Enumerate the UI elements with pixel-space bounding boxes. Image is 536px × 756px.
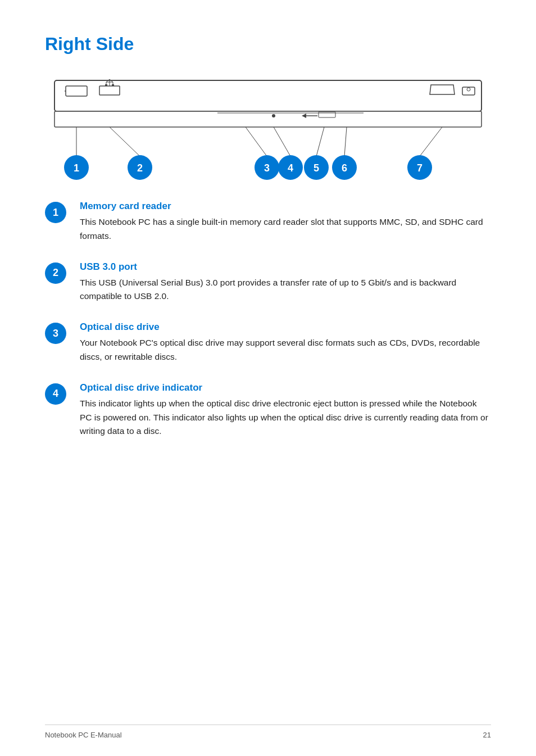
item-desc-3: Your Notebook PC's optical disc drive ma… bbox=[80, 336, 491, 364]
svg-text:6: 6 bbox=[342, 162, 347, 174]
svg-line-21 bbox=[246, 127, 267, 156]
svg-line-20 bbox=[110, 127, 140, 156]
svg-text:4: 4 bbox=[288, 162, 293, 174]
item-content-2: USB 3.0 port This USB (Universal Serial … bbox=[80, 261, 491, 304]
items-list: 1 Memory card reader This Notebook PC ha… bbox=[45, 201, 491, 438]
item-title-1: Memory card reader bbox=[80, 201, 491, 212]
item-row-2: 2 USB 3.0 port This USB (Universal Seria… bbox=[45, 261, 491, 304]
svg-text:3: 3 bbox=[264, 162, 270, 174]
diagram-container: 1 2 3 4 5 6 7 bbox=[49, 75, 487, 195]
svg-text:2: 2 bbox=[137, 162, 143, 174]
item-row-1: 1 Memory card reader This Notebook PC ha… bbox=[45, 201, 491, 243]
svg-line-23 bbox=[316, 127, 324, 156]
item-row-4: 4 Optical disc drive indicator This indi… bbox=[45, 382, 491, 438]
item-badge-1: 1 bbox=[45, 202, 66, 223]
item-badge-3: 3 bbox=[45, 323, 66, 344]
item-badge-4: 4 bbox=[45, 383, 66, 405]
item-content-1: Memory card reader This Notebook PC has … bbox=[80, 201, 491, 243]
footer-left: Notebook PC E-Manual bbox=[45, 731, 122, 739]
svg-point-12 bbox=[272, 114, 275, 117]
svg-text:1: 1 bbox=[74, 162, 79, 174]
svg-line-22 bbox=[274, 127, 290, 156]
svg-rect-1 bbox=[54, 111, 482, 127]
item-badge-2: 2 bbox=[45, 262, 66, 284]
item-title-4: Optical disc drive indicator bbox=[80, 382, 491, 393]
page-footer: Notebook PC E-Manual 21 bbox=[45, 725, 491, 739]
svg-rect-0 bbox=[54, 80, 482, 111]
item-title-3: Optical disc drive bbox=[80, 322, 491, 333]
svg-line-24 bbox=[344, 127, 347, 156]
laptop-diagram-svg: 1 2 3 4 5 6 7 bbox=[49, 75, 487, 193]
item-content-3: Optical disc drive Your Notebook PC's op… bbox=[80, 322, 491, 364]
svg-rect-10 bbox=[112, 84, 114, 86]
page-title: Right Side bbox=[45, 34, 491, 55]
svg-rect-9 bbox=[105, 84, 107, 86]
svg-text:7: 7 bbox=[417, 162, 423, 174]
item-title-2: USB 3.0 port bbox=[80, 261, 491, 273]
item-content-4: Optical disc drive indicator This indica… bbox=[80, 382, 491, 438]
svg-text:5: 5 bbox=[314, 162, 319, 174]
footer-right: 21 bbox=[483, 731, 491, 739]
item-desc-2: This USB (Universal Serial Bus) 3.0 port… bbox=[80, 276, 491, 304]
item-desc-1: This Notebook PC has a single built-in m… bbox=[80, 215, 491, 243]
page-content: Right Side bbox=[0, 0, 536, 501]
item-row-3: 3 Optical disc drive Your Notebook PC's … bbox=[45, 322, 491, 364]
item-desc-4: This indicator lights up when the optica… bbox=[80, 397, 491, 438]
svg-line-25 bbox=[420, 127, 442, 156]
